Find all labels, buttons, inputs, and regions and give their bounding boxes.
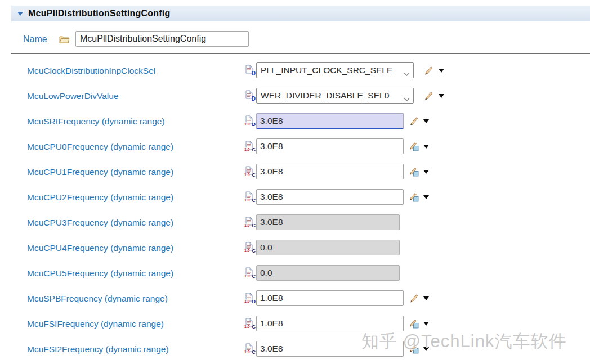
param-input[interactable] xyxy=(256,290,404,306)
float-type-marker: 1.0 xyxy=(244,350,250,354)
param-type-icon: 1.0 C xyxy=(245,267,254,278)
edit-pencil-icon[interactable] xyxy=(423,91,433,103)
param-label: McuLowPowerDivValue xyxy=(27,91,119,101)
edit-pencil-icon[interactable] xyxy=(409,116,419,128)
param-type-icon: 1.0 C xyxy=(245,343,254,354)
param-row: McuClockDistributionInpClockSel D PLL_IN… xyxy=(0,58,590,83)
param-row: McuCPU0Frequency (dynamic range) 1.0 C xyxy=(0,134,590,159)
options-arrow-icon[interactable] xyxy=(423,170,429,174)
param-label: McuCPU5Frequency (dynamic range) xyxy=(27,268,173,278)
value-source-letter: D xyxy=(252,122,256,127)
param-label: McuCPU1Frequency (dynamic range) xyxy=(27,167,173,177)
float-type-marker: 1.0 xyxy=(244,274,250,278)
value-source-letter: C xyxy=(252,274,256,278)
param-type-icon: 1.0 C xyxy=(245,166,254,177)
options-arrow-icon[interactable] xyxy=(439,69,444,73)
float-type-marker: 1.0 xyxy=(244,299,250,303)
name-input[interactable] xyxy=(75,31,249,47)
value-source-letter: C xyxy=(252,147,256,152)
param-type-icon: 1.0 D xyxy=(245,115,254,126)
name-label: Name xyxy=(23,34,47,44)
folder-icon xyxy=(59,35,70,46)
param-input[interactable] xyxy=(256,189,404,205)
param-label: McuCPU0Frequency (dynamic range) xyxy=(27,142,173,152)
section-header: McuPllDistributionSettingConfig xyxy=(11,6,590,21)
section-divider xyxy=(11,53,590,54)
param-input xyxy=(256,265,400,281)
param-input[interactable] xyxy=(256,138,404,154)
param-input xyxy=(256,240,400,255)
chevron-down-icon xyxy=(404,69,410,79)
param-input[interactable] xyxy=(256,316,404,331)
float-type-marker: 1.0 xyxy=(244,249,250,253)
param-label: McuCPU3Frequency (dynamic range) xyxy=(27,218,173,228)
param-type-icon: 1.0 C xyxy=(245,318,254,329)
value-source-letter: D xyxy=(252,71,256,76)
param-label: McuFSI2Frequency (dynamic range) xyxy=(27,344,169,354)
options-arrow-icon[interactable] xyxy=(423,145,429,149)
combo-value: PLL_INPUT_CLOCK_SRC_SELE xyxy=(261,65,400,75)
param-label: McuSPBFrequency (dynamic range) xyxy=(27,294,168,304)
options-arrow-icon[interactable] xyxy=(423,296,429,300)
value-source-letter: C xyxy=(252,173,256,177)
param-row: McuLowPowerDivValue D WER_DIVIDER_DISABL… xyxy=(0,83,590,109)
float-type-marker: 1.0 xyxy=(244,173,250,177)
param-type-icon: 1.0 D xyxy=(245,293,254,303)
param-rows: McuClockDistributionInpClockSel D PLL_IN… xyxy=(0,58,590,362)
param-row: McuSRIFrequency (dynamic range) 1.0 D xyxy=(0,109,590,134)
collapse-triangle-icon[interactable] xyxy=(17,12,23,16)
section-title: McuPllDistributionSettingConfig xyxy=(28,8,170,19)
options-arrow-icon[interactable] xyxy=(439,94,444,98)
value-source-letter: C xyxy=(252,325,256,329)
param-type-icon: D xyxy=(245,65,254,75)
param-row: McuCPU2Frequency (dynamic range) 1.0 C xyxy=(0,185,590,210)
value-source-letter: C xyxy=(252,223,256,228)
value-source-letter: D xyxy=(252,97,256,101)
param-label: McuClockDistributionInpClockSel xyxy=(27,66,155,76)
chevron-down-icon xyxy=(404,94,410,104)
float-type-marker: 1.0 xyxy=(244,325,250,329)
param-row: McuCPU3Frequency (dynamic range) 1.0 C xyxy=(0,210,590,235)
param-row: McuCPU4Frequency (dynamic range) 1.0 C xyxy=(0,235,590,260)
param-combo[interactable]: WER_DIVIDER_DISABLE_SEL0 xyxy=(256,88,414,104)
config-editor-page: McuPllDistributionSettingConfig Name Mcu… xyxy=(0,0,590,364)
edit-pencil-icon[interactable] xyxy=(409,293,419,305)
value-source-letter: C xyxy=(252,249,256,253)
combo-value: WER_DIVIDER_DISABLE_SEL0 xyxy=(261,91,400,101)
param-type-icon: 1.0 C xyxy=(245,141,254,151)
param-type-icon: 1.0 C xyxy=(245,217,254,227)
float-type-marker: 1.0 xyxy=(244,198,250,202)
param-label: McuSRIFrequency (dynamic range) xyxy=(27,116,165,127)
param-label: McuCPU2Frequency (dynamic range) xyxy=(27,192,173,203)
edit-calculated-pencil-icon[interactable] xyxy=(409,318,419,331)
param-row: McuCPU1Frequency (dynamic range) 1.0 C xyxy=(0,159,590,185)
value-source-letter: C xyxy=(252,198,256,203)
param-type-icon: 1.0 C xyxy=(245,191,254,202)
value-source-letter: D xyxy=(252,299,256,304)
edit-calculated-pencil-icon[interactable] xyxy=(409,192,419,204)
edit-calculated-pencil-icon[interactable] xyxy=(409,141,419,154)
float-type-marker: 1.0 xyxy=(244,223,250,227)
watermark-text: 知乎 @TechLink汽车软件 xyxy=(361,330,566,353)
param-combo[interactable]: PLL_INPUT_CLOCK_SRC_SELE xyxy=(256,62,414,78)
param-row: McuCPU5Frequency (dynamic range) 1.0 C xyxy=(0,260,590,286)
param-input[interactable] xyxy=(256,113,404,129)
param-label: McuCPU4Frequency (dynamic range) xyxy=(27,243,173,253)
float-type-marker: 1.0 xyxy=(244,122,250,126)
edit-calculated-pencil-icon[interactable] xyxy=(409,167,419,179)
edit-pencil-icon[interactable] xyxy=(423,65,433,78)
options-arrow-icon[interactable] xyxy=(423,322,429,326)
options-arrow-icon[interactable] xyxy=(423,119,429,123)
param-type-icon: D xyxy=(245,90,254,101)
options-arrow-icon[interactable] xyxy=(423,195,429,199)
float-type-marker: 1.0 xyxy=(244,147,250,151)
param-input[interactable] xyxy=(256,164,404,179)
param-row: McuSPBFrequency (dynamic range) 1.0 D xyxy=(0,286,590,311)
value-source-letter: C xyxy=(252,350,256,354)
param-type-icon: 1.0 C xyxy=(245,242,254,253)
param-input xyxy=(256,214,400,230)
param-label: McuFSIFrequency (dynamic range) xyxy=(27,319,164,329)
